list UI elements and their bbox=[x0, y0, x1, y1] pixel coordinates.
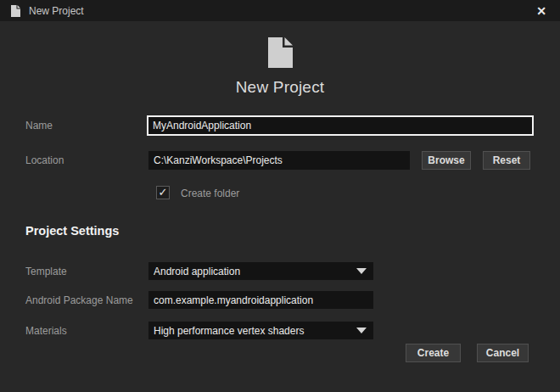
document-icon bbox=[11, 5, 20, 17]
window-title: New Project bbox=[29, 5, 84, 17]
create-folder-checkbox[interactable]: ✓ bbox=[156, 186, 170, 199]
reset-button[interactable]: Reset bbox=[483, 151, 530, 170]
create-button[interactable]: Create bbox=[406, 344, 461, 362]
chevron-down-icon bbox=[356, 328, 367, 333]
package-name-input[interactable] bbox=[148, 291, 373, 309]
location-label: Location bbox=[25, 154, 64, 166]
package-name-label: Android Package Name bbox=[25, 294, 133, 306]
materials-value: High performance vertex shaders bbox=[154, 325, 356, 337]
template-value: Android application bbox=[154, 266, 356, 277]
name-input[interactable] bbox=[147, 115, 534, 136]
name-label: Name bbox=[25, 120, 53, 132]
cancel-button[interactable]: Cancel bbox=[477, 344, 529, 362]
title-bar: New Project ✕ bbox=[0, 0, 560, 21]
materials-dropdown[interactable]: High performance vertex shaders bbox=[148, 322, 373, 339]
template-dropdown[interactable]: Android application bbox=[148, 262, 373, 280]
create-folder-label: Create folder bbox=[181, 188, 239, 199]
new-project-document-icon bbox=[268, 37, 293, 68]
page-title: New Project bbox=[0, 78, 560, 97]
browse-button[interactable]: Browse bbox=[422, 151, 471, 170]
template-label: Template bbox=[25, 266, 67, 277]
materials-label: Materials bbox=[25, 325, 67, 337]
location-input[interactable] bbox=[148, 151, 410, 170]
project-settings-heading: Project Settings bbox=[25, 224, 119, 238]
close-icon[interactable]: ✕ bbox=[529, 0, 553, 21]
chevron-down-icon bbox=[356, 268, 367, 274]
